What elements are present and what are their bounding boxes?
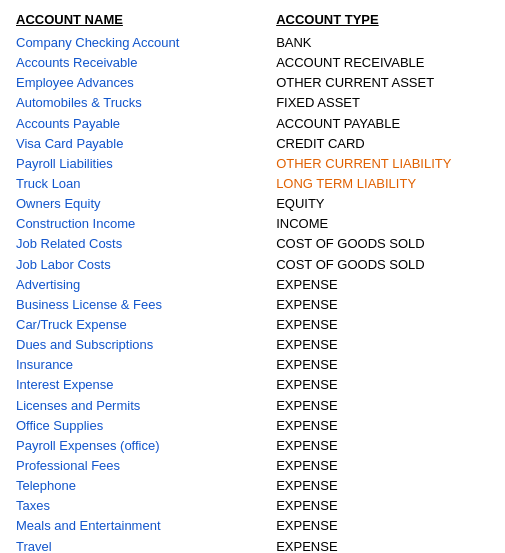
account-type-cell: EQUITY — [276, 194, 489, 214]
account-name-cell[interactable]: Business License & Fees — [16, 295, 276, 315]
header-account-type: ACCOUNT TYPE — [276, 12, 489, 27]
account-name-cell[interactable]: Visa Card Payable — [16, 134, 276, 154]
account-type-cell: CREDIT CARD — [276, 134, 489, 154]
account-type-cell: EXPENSE — [276, 496, 489, 516]
header-account-name: ACCOUNT NAME — [16, 12, 276, 27]
table-row: Accounts PayableACCOUNT PAYABLE — [16, 114, 489, 134]
account-name-cell[interactable]: Travel — [16, 537, 276, 553]
account-name-cell[interactable]: Automobiles & Trucks — [16, 93, 276, 113]
account-name-cell[interactable]: Payroll Expenses (office) — [16, 436, 276, 456]
account-name-cell[interactable]: Construction Income — [16, 214, 276, 234]
account-name-cell[interactable]: Accounts Payable — [16, 114, 276, 134]
account-name-cell[interactable]: Advertising — [16, 275, 276, 295]
account-type-cell: INCOME — [276, 214, 489, 234]
table-row: InsuranceEXPENSE — [16, 355, 489, 375]
account-type-cell: EXPENSE — [276, 315, 489, 335]
account-name-cell[interactable]: Insurance — [16, 355, 276, 375]
account-type-cell: EXPENSE — [276, 476, 489, 496]
table-row: Payroll LiabilitiesOTHER CURRENT LIABILI… — [16, 154, 489, 174]
account-name-cell[interactable]: Interest Expense — [16, 375, 276, 395]
table-row: TelephoneEXPENSE — [16, 476, 489, 496]
table-row: Meals and EntertainmentEXPENSE — [16, 516, 489, 536]
table-header: ACCOUNT NAME ACCOUNT TYPE — [16, 12, 489, 27]
account-name-cell[interactable]: Company Checking Account — [16, 33, 276, 53]
account-type-cell: OTHER CURRENT ASSET — [276, 73, 489, 93]
table-row: TaxesEXPENSE — [16, 496, 489, 516]
table-row: Company Checking AccountBANK — [16, 33, 489, 53]
table-row: Accounts ReceivableACCOUNT RECEIVABLE — [16, 53, 489, 73]
table-row: Business License & FeesEXPENSE — [16, 295, 489, 315]
table-row: Owners EquityEQUITY — [16, 194, 489, 214]
account-type-cell: EXPENSE — [276, 516, 489, 536]
table-row: Dues and SubscriptionsEXPENSE — [16, 335, 489, 355]
table-row: Job Related CostsCOST OF GOODS SOLD — [16, 234, 489, 254]
account-name-cell[interactable]: Telephone — [16, 476, 276, 496]
account-type-cell: EXPENSE — [276, 436, 489, 456]
account-name-cell[interactable]: Accounts Receivable — [16, 53, 276, 73]
table-row: Professional FeesEXPENSE — [16, 456, 489, 476]
account-name-cell[interactable]: Office Supplies — [16, 416, 276, 436]
account-type-cell: EXPENSE — [276, 375, 489, 395]
account-name-cell[interactable]: Truck Loan — [16, 174, 276, 194]
table-row: Office SuppliesEXPENSE — [16, 416, 489, 436]
account-type-cell: EXPENSE — [276, 275, 489, 295]
account-type-cell: EXPENSE — [276, 416, 489, 436]
account-name-cell[interactable]: Employee Advances — [16, 73, 276, 93]
account-type-cell: OTHER CURRENT LIABILITY — [276, 154, 489, 174]
account-type-cell: BANK — [276, 33, 489, 53]
account-type-cell: COST OF GOODS SOLD — [276, 234, 489, 254]
table-row: Payroll Expenses (office)EXPENSE — [16, 436, 489, 456]
account-type-cell: LONG TERM LIABILITY — [276, 174, 489, 194]
table-body: Company Checking AccountBANKAccounts Rec… — [16, 33, 489, 553]
account-type-cell: EXPENSE — [276, 335, 489, 355]
account-name-cell[interactable]: Payroll Liabilities — [16, 154, 276, 174]
table-row: Automobiles & TrucksFIXED ASSET — [16, 93, 489, 113]
account-type-cell: EXPENSE — [276, 355, 489, 375]
table-row: Interest ExpenseEXPENSE — [16, 375, 489, 395]
table-row: Construction IncomeINCOME — [16, 214, 489, 234]
account-name-cell[interactable]: Owners Equity — [16, 194, 276, 214]
table-row: Employee AdvancesOTHER CURRENT ASSET — [16, 73, 489, 93]
account-type-cell: EXPENSE — [276, 456, 489, 476]
table-row: TravelEXPENSE — [16, 537, 489, 553]
account-type-cell: COST OF GOODS SOLD — [276, 255, 489, 275]
account-name-cell[interactable]: Job Labor Costs — [16, 255, 276, 275]
accounts-table: ACCOUNT NAME ACCOUNT TYPE Company Checki… — [16, 12, 489, 553]
table-row: Job Labor CostsCOST OF GOODS SOLD — [16, 255, 489, 275]
account-type-cell: EXPENSE — [276, 396, 489, 416]
account-type-cell: ACCOUNT RECEIVABLE — [276, 53, 489, 73]
account-name-cell[interactable]: Car/Truck Expense — [16, 315, 276, 335]
account-name-cell[interactable]: Professional Fees — [16, 456, 276, 476]
account-type-cell: FIXED ASSET — [276, 93, 489, 113]
account-type-cell: ACCOUNT PAYABLE — [276, 114, 489, 134]
account-name-cell[interactable]: Dues and Subscriptions — [16, 335, 276, 355]
table-row: Visa Card PayableCREDIT CARD — [16, 134, 489, 154]
table-row: AdvertisingEXPENSE — [16, 275, 489, 295]
table-row: Truck LoanLONG TERM LIABILITY — [16, 174, 489, 194]
account-name-cell[interactable]: Licenses and Permits — [16, 396, 276, 416]
account-name-cell[interactable]: Meals and Entertainment — [16, 516, 276, 536]
table-row: Licenses and PermitsEXPENSE — [16, 396, 489, 416]
table-row: Car/Truck ExpenseEXPENSE — [16, 315, 489, 335]
account-name-cell[interactable]: Taxes — [16, 496, 276, 516]
account-type-cell: EXPENSE — [276, 295, 489, 315]
account-type-cell: EXPENSE — [276, 537, 489, 553]
account-name-cell[interactable]: Job Related Costs — [16, 234, 276, 254]
